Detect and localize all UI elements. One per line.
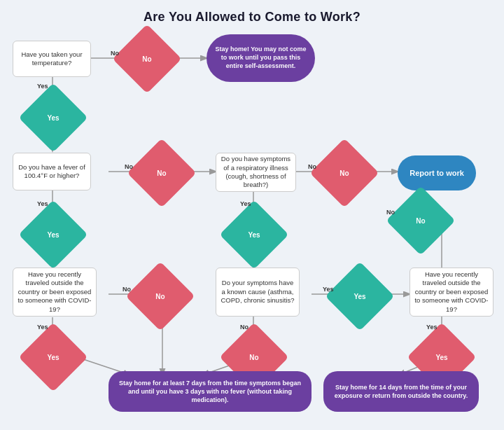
arrow-label-q6-no: No xyxy=(386,209,395,216)
arrow-label-q2-yes: Yes xyxy=(37,200,48,207)
arrow-label-q3-yes: Yes xyxy=(240,200,251,207)
q4-no-diamond: No xyxy=(230,333,279,382)
q1-no-diamond: No xyxy=(122,34,172,83)
q3-yes-diamond: Yes xyxy=(230,210,279,259)
q1-yes-diamond: Yes xyxy=(29,93,78,142)
arrow-label-q5-yes: Yes xyxy=(37,324,48,331)
arrow-label-q3-no: No xyxy=(308,163,316,170)
stay-home-1: Stay home! You may not come to work unti… xyxy=(206,34,315,82)
q5-box: Have you recently traveled outside the c… xyxy=(13,268,97,317)
arrow-label-q5-no: No xyxy=(122,286,131,293)
arrow-label-q1-yes: Yes xyxy=(37,83,48,90)
arrow-label-q6-yes: Yes xyxy=(426,324,438,331)
q3-no-diamond: No xyxy=(320,148,369,197)
page-title: Are You Allowed to Come to Work? xyxy=(0,0,504,29)
q6-yes-diamond: Yes xyxy=(417,333,466,382)
stay-home-2: Stay home for at least 7 days from the t… xyxy=(108,371,312,412)
q4-yes-diamond: Yes xyxy=(335,272,384,321)
q6-box: Have you recently traveled outside the c… xyxy=(410,268,493,317)
q2-yes-diamond: Yes xyxy=(29,210,78,259)
q2-box: Do you have a fever of 100.4°F or higher… xyxy=(13,153,91,190)
q6-no-diamond: No xyxy=(396,196,445,245)
arrow-label-q2-no: No xyxy=(125,163,133,170)
q2-no-diamond: No xyxy=(137,148,186,197)
q3-box: Do you have symptoms of a respiratory il… xyxy=(216,153,296,192)
q5-no-diamond: No xyxy=(136,272,185,321)
q1-box: Have you taken your temperature? xyxy=(13,41,91,77)
report-to-work: Report to work xyxy=(398,155,476,190)
arrow-label-q4-no: No xyxy=(240,324,248,331)
diagram-container: Are You Allowed to Come to Work? xyxy=(0,0,504,430)
q4-box: Do your symptoms have a known cause (ast… xyxy=(216,268,300,317)
arrow-label-q1-no: No xyxy=(111,50,119,57)
arrow-label-q4-yes: Yes xyxy=(323,286,334,293)
q5-yes-diamond: Yes xyxy=(29,333,78,382)
